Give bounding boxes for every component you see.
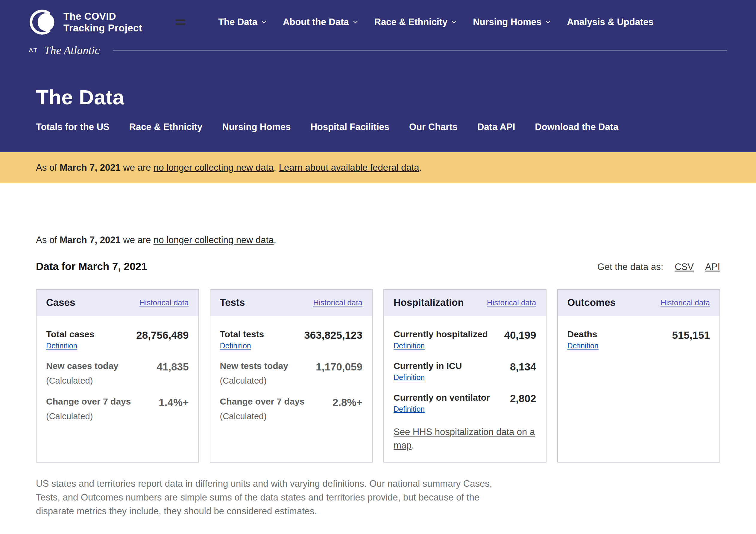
stat-value: 2.8%+ (327, 396, 363, 408)
stat-left: New tests today (Calculated) (220, 361, 288, 386)
subnav-item[interactable]: Hospital Facilities (310, 122, 390, 133)
stat-left: Currently on ventilator Definition (393, 393, 490, 414)
card-header: Hospitalization Historical data (384, 290, 546, 316)
card-title: Tests (220, 297, 245, 308)
announcement-banner: As of March 7, 2021 we are no longer col… (0, 152, 756, 183)
stat-value: 41,835 (150, 361, 189, 373)
stat-left: New cases today (Calculated) (46, 361, 119, 386)
stat-row: Currently hospitalized Definition 40,199 (393, 329, 536, 350)
stat-value: 515,151 (666, 329, 710, 341)
intro-paragraph: As of March 7, 2021 we are no longer col… (36, 235, 720, 245)
subnav-item[interactable]: Totals for the US (36, 122, 110, 133)
historical-data-link[interactable]: Historical data (140, 298, 189, 307)
footnote: US states and territories report data in… (36, 477, 494, 518)
stat-card: Hospitalization Historical data Currentl… (383, 289, 547, 463)
nav-item[interactable]: About the Data (283, 17, 357, 28)
nav-item[interactable]: Race & Ethnicity (374, 17, 456, 28)
menu-icon-bar (176, 19, 185, 21)
stat-card: Cases Historical data Total cases Defini… (36, 289, 199, 463)
stat-value: 40,199 (498, 329, 536, 341)
stat-row: Currently on ventilator Definition 2,802 (393, 393, 536, 414)
nav-item-label: Race & Ethnicity (374, 17, 448, 28)
stat-row: Change over 7 days (Calculated) 2.8%+ (220, 396, 363, 421)
covid-tracking-logo-icon (29, 8, 58, 37)
chevron-down-icon (353, 19, 358, 24)
historical-data-link[interactable]: Historical data (661, 298, 710, 307)
stat-value: 8,134 (504, 361, 536, 373)
definition-link[interactable]: Definition (567, 342, 599, 350)
stat-row: Total cases Definition 28,756,489 (46, 329, 189, 350)
stat-label: New cases today (46, 361, 119, 371)
site-logo[interactable]: The COVID Tracking Project (29, 8, 142, 37)
stat-row: Deaths Definition 515,151 (567, 329, 710, 350)
header-top: The COVID Tracking Project The Data Abou… (0, 8, 756, 37)
subnav-item[interactable]: Nursing Homes (222, 122, 291, 133)
stat-left: Change over 7 days (Calculated) (46, 396, 131, 421)
stat-value: 363,825,123 (298, 329, 363, 341)
card-body: Deaths Definition 515,151 (558, 316, 720, 360)
calculated-note: (Calculated) (220, 411, 305, 421)
stat-label: Currently on ventilator (393, 393, 490, 403)
chevron-down-icon (546, 19, 551, 24)
nav-item[interactable]: Nursing Homes (473, 17, 550, 28)
publisher-wordmark[interactable]: The Atlantic (44, 44, 100, 57)
card-title: Outcomes (567, 297, 616, 308)
get-data-links: Get the data as: CSV API (597, 262, 720, 272)
api-link[interactable]: API (705, 262, 720, 272)
menu-icon-bar (176, 23, 185, 25)
header-divider (113, 50, 727, 51)
card-title: Cases (46, 297, 75, 308)
stat-row: Change over 7 days (Calculated) 1.4%+ (46, 396, 189, 421)
card-header: Outcomes Historical data (558, 290, 720, 316)
subnav-item[interactable]: Race & Ethnicity (129, 122, 202, 133)
stat-value: 1.4%+ (153, 396, 189, 408)
stat-label: Currently in ICU (393, 361, 462, 371)
chevron-down-icon (261, 19, 266, 24)
subnav-item[interactable]: Our Charts (409, 122, 458, 133)
calculated-note: (Calculated) (220, 376, 288, 386)
csv-link[interactable]: CSV (675, 262, 694, 272)
hhs-map-link[interactable]: See HHS hospitalization data on a map (393, 427, 535, 450)
site-header: The COVID Tracking Project The Data Abou… (0, 0, 756, 152)
definition-link[interactable]: Definition (393, 405, 425, 414)
banner-suffix: . (419, 162, 422, 173)
definition-link[interactable]: Definition (46, 342, 77, 350)
stat-label: New tests today (220, 361, 288, 371)
data-section-heading: Data for March 7, 2021 (36, 261, 147, 272)
banner-prefix: As of (36, 162, 60, 173)
stat-row: New tests today (Calculated) 1,170,059 (220, 361, 363, 386)
stat-label: Currently hospitalized (393, 329, 488, 339)
historical-data-link[interactable]: Historical data (313, 298, 363, 307)
site-logo-text: The COVID Tracking Project (64, 11, 142, 34)
stat-label: Deaths (567, 329, 599, 339)
stat-left: Total tests Definition (220, 329, 264, 350)
subnav-item[interactable]: Data API (477, 122, 515, 133)
stat-label: Change over 7 days (46, 396, 131, 407)
federal-data-link[interactable]: Learn about available federal data (279, 162, 419, 173)
chevron-down-icon (452, 19, 456, 24)
logo-line2: Tracking Project (64, 22, 142, 34)
definition-link[interactable]: Definition (393, 342, 425, 350)
intro-no-longer-collecting-link[interactable]: no longer collecting new data (153, 235, 274, 245)
stat-value: 2,802 (504, 393, 536, 405)
calculated-note: (Calculated) (46, 411, 131, 421)
cards-row: Cases Historical data Total cases Defini… (36, 289, 720, 463)
definition-link[interactable]: Definition (220, 342, 251, 350)
menu-icon[interactable] (176, 19, 185, 25)
nav-item[interactable]: The Data (218, 17, 265, 28)
calculated-note: (Calculated) (46, 376, 119, 386)
main-content: As of March 7, 2021 we are no longer col… (0, 235, 756, 534)
card-body: Total tests Definition 363,825,123 New t… (210, 316, 372, 431)
definition-link[interactable]: Definition (393, 373, 425, 382)
banner-separator: . (274, 162, 279, 173)
subnav-item[interactable]: Download the Data (535, 122, 618, 133)
stat-label: Change over 7 days (220, 396, 305, 407)
nav-item[interactable]: Analysis & Updates (567, 17, 653, 28)
banner-date: March 7, 2021 (60, 162, 120, 173)
card-header: Tests Historical data (210, 290, 372, 316)
no-longer-collecting-link[interactable]: no longer collecting new data (153, 162, 274, 173)
nav-item-label: About the Data (283, 17, 349, 28)
historical-data-link[interactable]: Historical data (487, 298, 536, 307)
intro-prefix: As of (36, 235, 60, 245)
nav-item-label: Analysis & Updates (567, 17, 653, 28)
